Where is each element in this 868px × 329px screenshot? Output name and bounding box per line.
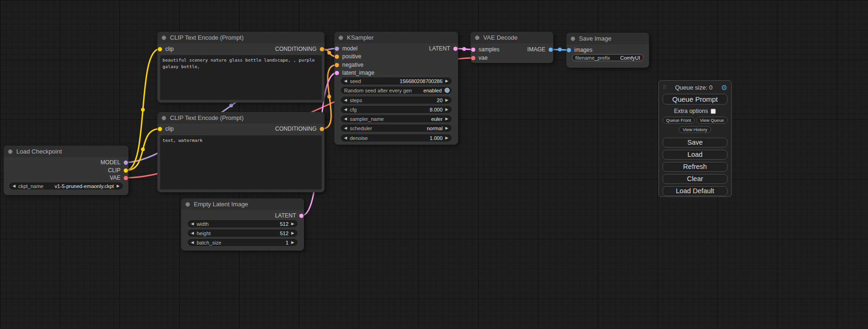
input-slot-images: images xyxy=(566,47,649,53)
slot-label: negative xyxy=(342,62,363,68)
increment-arrow-icon[interactable]: ▶ xyxy=(291,231,294,235)
latent-output-dot[interactable] xyxy=(453,47,458,51)
widget-cfg[interactable]: ◀ cfg 8.000 ▶ xyxy=(341,106,452,113)
latent-image-input-dot[interactable] xyxy=(335,71,339,75)
widget-filename-prefix[interactable]: filename_prefix ComfyUI xyxy=(572,54,643,61)
decrement-arrow-icon[interactable]: ◀ xyxy=(191,241,194,245)
node-title-bar[interactable]: CLIP Text Encode (Prompt) xyxy=(157,112,325,124)
output-slot-vae: VAE xyxy=(4,175,128,181)
decrement-arrow-icon[interactable]: ◀ xyxy=(191,222,194,226)
widget-steps[interactable]: ◀ steps 20 ▶ xyxy=(341,97,452,104)
collapse-dot-icon[interactable] xyxy=(8,149,13,154)
increment-arrow-icon[interactable]: ▶ xyxy=(445,136,448,140)
conditioning-output-dot[interactable] xyxy=(320,47,324,51)
widget-batch-size[interactable]: ◀ batch_size 1 ▶ xyxy=(188,239,297,246)
node-title-bar[interactable]: KSampler xyxy=(334,32,458,43)
node-save-image[interactable]: Save Image images filename_prefix ComfyU… xyxy=(566,33,649,68)
positive-input-dot[interactable] xyxy=(335,55,339,59)
link-midpoint-dot xyxy=(141,147,145,151)
increment-arrow-icon[interactable]: ▶ xyxy=(445,126,448,130)
input-slot-vae: vae xyxy=(471,55,553,61)
link-midpoint-dot xyxy=(141,108,145,112)
widget-label: seed xyxy=(350,78,361,84)
collapse-dot-icon[interactable] xyxy=(475,35,480,40)
increment-arrow-icon[interactable]: ▶ xyxy=(445,117,448,121)
decrement-arrow-icon[interactable]: ◀ xyxy=(344,136,347,140)
clear-button[interactable]: Clear xyxy=(663,174,727,184)
decrement-arrow-icon[interactable]: ◀ xyxy=(13,184,15,188)
node-empty-latent-image[interactable]: Empty Latent Image LATENT ◀ width 512 ▶ … xyxy=(181,198,304,251)
widget-scheduler[interactable]: ◀ scheduler normal ▶ xyxy=(341,125,452,132)
node-load-checkpoint[interactable]: Load Checkpoint MODEL CLIP VAE ◀ ckpt_na… xyxy=(4,146,128,195)
increment-arrow-icon[interactable]: ▶ xyxy=(445,98,448,102)
view-history-button[interactable]: View History xyxy=(679,126,711,133)
drag-handle-icon[interactable]: ⠿ xyxy=(663,84,666,91)
widget-denoise[interactable]: ◀ denoise 1.000 ▶ xyxy=(341,134,452,141)
node-title: Empty Latent Image xyxy=(194,201,248,208)
collapse-dot-icon[interactable] xyxy=(162,116,166,120)
latent-output-dot[interactable] xyxy=(299,214,303,218)
vae-input-dot[interactable] xyxy=(471,56,475,60)
link-midpoint-dot xyxy=(229,104,233,107)
decrement-arrow-icon[interactable]: ◀ xyxy=(344,126,347,130)
increment-arrow-icon[interactable]: ▶ xyxy=(291,241,294,245)
increment-arrow-icon[interactable]: ▶ xyxy=(117,184,120,188)
model-output-dot[interactable] xyxy=(124,161,128,165)
decrement-arrow-icon[interactable]: ◀ xyxy=(344,98,347,102)
collapse-dot-icon[interactable] xyxy=(185,202,190,207)
widget-label: ckpt_name xyxy=(18,183,43,189)
node-title-bar[interactable]: VAE Decode xyxy=(471,32,553,43)
node-title-bar[interactable]: Empty Latent Image xyxy=(181,198,304,210)
node-clip-text-encode-positive[interactable]: CLIP Text Encode (Prompt) clip CONDITION… xyxy=(157,32,325,103)
load-default-button[interactable]: Load Default xyxy=(663,186,727,196)
widget-seed[interactable]: ◀ seed 156680208700286 ▶ xyxy=(341,77,452,84)
queue-front-button[interactable]: Queue Front xyxy=(663,117,695,124)
prompt-textarea[interactable]: text, watermark xyxy=(160,135,322,189)
widget-sampler-name[interactable]: ◀ sampler_name euler ▶ xyxy=(341,115,452,122)
widget-random-seed-toggle[interactable]: Random seed after every gen enabled xyxy=(341,87,452,94)
load-button[interactable]: Load xyxy=(663,150,727,160)
queue-prompt-button[interactable]: Queue Prompt xyxy=(663,94,727,105)
prompt-textarea[interactable]: beautiful scenery nature glass bottle la… xyxy=(160,55,322,100)
node-title-bar[interactable]: CLIP Text Encode (Prompt) xyxy=(157,32,325,43)
toggle-knob-icon[interactable] xyxy=(445,88,450,93)
decrement-arrow-icon[interactable]: ◀ xyxy=(344,79,347,83)
node-title: Save Image xyxy=(579,35,611,42)
refresh-button[interactable]: Refresh xyxy=(663,162,727,172)
increment-arrow-icon[interactable]: ▶ xyxy=(445,79,448,83)
increment-arrow-icon[interactable]: ▶ xyxy=(445,108,448,112)
collapse-dot-icon[interactable] xyxy=(162,35,166,40)
link-midpoint-dot xyxy=(327,51,331,55)
node-title-bar[interactable]: Load Checkpoint xyxy=(4,146,128,157)
settings-gear-icon[interactable]: ⚙ xyxy=(721,84,727,91)
image-output-dot[interactable] xyxy=(549,48,553,52)
collapse-dot-icon[interactable] xyxy=(571,36,575,41)
link-midpoint-dot xyxy=(462,47,466,51)
node-clip-text-encode-negative[interactable]: CLIP Text Encode (Prompt) clip CONDITION… xyxy=(157,112,325,192)
save-button[interactable]: Save xyxy=(663,138,727,147)
conditioning-output-dot[interactable] xyxy=(320,127,324,131)
clip-output-dot[interactable] xyxy=(124,168,128,173)
node-vae-decode[interactable]: VAE Decode samples IMAGE vae xyxy=(471,32,553,63)
extra-options-checkbox[interactable] xyxy=(711,109,716,114)
output-slot-latent: LATENT xyxy=(181,212,304,219)
node-ksampler[interactable]: KSampler model LATENT positive negative … xyxy=(334,32,458,145)
decrement-arrow-icon[interactable]: ◀ xyxy=(344,108,347,112)
vae-output-dot[interactable] xyxy=(124,176,128,180)
widget-label: width xyxy=(197,221,209,227)
collapse-dot-icon[interactable] xyxy=(339,35,343,40)
images-input-dot[interactable] xyxy=(567,48,571,52)
decrement-arrow-icon[interactable]: ◀ xyxy=(344,117,347,121)
node-graph-canvas[interactable]: Load Checkpoint MODEL CLIP VAE ◀ ckpt_na… xyxy=(0,0,868,329)
widget-width[interactable]: ◀ width 512 ▶ xyxy=(188,220,297,227)
negative-input-dot[interactable] xyxy=(335,63,339,67)
output-slot-model: MODEL xyxy=(4,159,128,166)
node-title-bar[interactable]: Save Image xyxy=(566,33,649,44)
view-queue-button[interactable]: View Queue xyxy=(696,117,728,124)
decrement-arrow-icon[interactable]: ◀ xyxy=(191,231,194,235)
widget-ckpt-name[interactable]: ◀ ckpt_name v1-5-pruned-emaonly.ckpt ▶ xyxy=(9,182,123,189)
widget-height[interactable]: ◀ height 512 ▶ xyxy=(188,230,297,237)
output-slot-conditioning: CONDITIONING xyxy=(157,126,325,132)
increment-arrow-icon[interactable]: ▶ xyxy=(291,222,294,226)
widget-value: ComfyUI xyxy=(613,55,640,61)
